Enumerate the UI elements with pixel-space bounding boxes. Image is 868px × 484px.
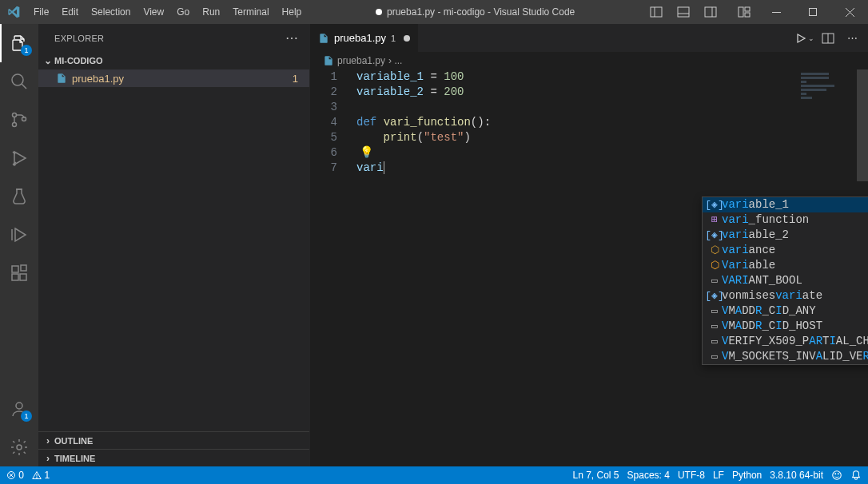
svg-rect-26 [21, 265, 26, 271]
chevron-down-icon: ⌄ [42, 55, 54, 66]
run-debug-icon[interactable] [0, 139, 38, 177]
suggest-widget[interactable]: [◈]variable_1⊞vari_function[◈]variable_2… [702, 196, 868, 365]
suggest-item[interactable]: ⬡variancestatistics [703, 243, 868, 258]
outline-section[interactable]: › OUTLINE [38, 431, 309, 449]
suggest-item[interactable]: [◈]variable_2 [703, 228, 868, 243]
layout-customize-icon[interactable] [731, 0, 758, 24]
accounts-badge: 1 [21, 411, 32, 422]
status-bell-icon[interactable] [850, 470, 862, 481]
suggest-item[interactable]: ▭VMADDR_CID_HOSTsocket [703, 319, 868, 334]
editor-tab[interactable]: prueba1.py 1 [310, 24, 419, 52]
status-warnings[interactable]: 1 [32, 470, 50, 481]
minimap[interactable] [801, 69, 857, 117]
timeline-section[interactable]: › TIMELINE [38, 449, 309, 466]
lightbulb-icon[interactable]: 💡 [360, 145, 373, 161]
activity-bar: 1 1 [0, 24, 38, 466]
breadcrumb-sep: › ... [388, 55, 402, 66]
code-content[interactable]: variable_1 = 100variable_2 = 200 def var… [356, 69, 491, 176]
breadcrumb-file: prueba1.py [337, 55, 385, 66]
folder-name: MI-CODIGO [54, 56, 103, 65]
search-icon[interactable] [0, 62, 38, 101]
status-feedback-icon[interactable] [831, 470, 842, 481]
file-item[interactable]: prueba1.py 1 [38, 69, 309, 87]
svg-point-13 [12, 74, 23, 85]
split-editor-icon[interactable] [817, 24, 839, 52]
sidebar-more-icon[interactable]: ⋯ [285, 30, 298, 46]
breadcrumb[interactable]: prueba1.py › ... [310, 52, 868, 69]
run-icon[interactable]: ⌄ [793, 24, 815, 52]
vscode-icon [0, 6, 27, 18]
status-eol[interactable]: LF [713, 470, 724, 481]
python-file-icon [323, 55, 334, 66]
svg-rect-2 [678, 7, 689, 17]
status-errors[interactable]: 0 [6, 470, 24, 481]
timeline-label: TIMELINE [54, 454, 95, 463]
suggest-item[interactable]: ▭VERIFY_X509_PARTIAL_CHAINssl [703, 334, 868, 349]
menu-bar: FileEditSelectionViewGoRunTerminalHelp [27, 0, 308, 24]
layout-primary-icon[interactable] [643, 0, 670, 24]
suggest-item[interactable]: ⊞vari_function [703, 212, 868, 228]
python-file-icon [318, 33, 329, 44]
explorer-icon[interactable]: 1 [0, 24, 38, 62]
svg-rect-7 [745, 7, 750, 11]
close-button[interactable] [831, 0, 868, 24]
svg-point-15 [13, 113, 17, 117]
menu-run[interactable]: Run [196, 0, 226, 24]
extensions-icon[interactable] [0, 254, 38, 292]
tab-label: prueba1.py [334, 32, 386, 44]
svg-rect-0 [651, 7, 662, 17]
suggest-item[interactable]: ⬡Variabletkinter [703, 258, 868, 273]
svg-rect-25 [20, 274, 26, 280]
explorer-badge: 1 [21, 45, 32, 56]
accounts-icon[interactable]: 1 [0, 390, 38, 428]
settings-gear-icon[interactable] [0, 428, 38, 466]
status-encoding[interactable]: UTF-8 [678, 470, 705, 481]
svg-marker-21 [15, 228, 26, 241]
svg-point-16 [13, 123, 17, 127]
svg-rect-6 [739, 7, 743, 17]
layout-panel-icon[interactable] [670, 0, 697, 24]
scrollbar[interactable] [857, 69, 868, 181]
svg-rect-24 [12, 274, 18, 280]
suggest-item[interactable]: ▭VMADDR_CID_ANYsocket [703, 303, 868, 319]
maximize-button[interactable] [794, 0, 831, 24]
suggest-item[interactable]: [◈]variable_1 [703, 197, 868, 212]
source-control-icon[interactable] [0, 101, 38, 139]
menu-edit[interactable]: Edit [55, 0, 85, 24]
status-spaces[interactable]: Spaces: 4 [627, 470, 670, 481]
svg-point-28 [17, 445, 22, 450]
svg-point-39 [835, 474, 836, 474]
more-icon[interactable]: ⋯ [841, 24, 863, 52]
minimize-button[interactable] [758, 0, 794, 24]
svg-point-27 [16, 403, 22, 409]
menu-help[interactable]: Help [276, 0, 309, 24]
menu-go[interactable]: Go [170, 0, 196, 24]
status-language[interactable]: Python [732, 470, 762, 481]
svg-line-14 [22, 84, 26, 89]
layout-secondary-icon[interactable] [697, 0, 724, 24]
status-interpreter[interactable]: 3.8.10 64-bit [770, 470, 823, 481]
suggest-item[interactable]: ▭VARIANT_BOOLctypes.wintypes [703, 273, 868, 288]
title-actions [643, 0, 868, 24]
status-position[interactable]: Ln 7, Col 5 [572, 470, 619, 481]
editor-area: prueba1.py 1 ⌄ ⋯ prueba1.py › ... 123456… [310, 24, 868, 466]
testing-icon[interactable] [0, 177, 38, 216]
menu-terminal[interactable]: Terminal [226, 0, 275, 24]
line-gutter: 1234567 [310, 69, 348, 176]
menu-selection[interactable]: Selection [85, 0, 137, 24]
chevron-right-icon: › [42, 435, 54, 446]
window-title: prueba1.py - mi-codigo - Visual Studio C… [308, 6, 643, 18]
svg-rect-10 [810, 9, 817, 16]
svg-point-37 [37, 478, 38, 478]
menu-view[interactable]: View [137, 0, 170, 24]
svg-rect-4 [705, 7, 716, 17]
suggest-item[interactable]: [◈]vonmisesvariaterandom [703, 288, 868, 303]
svg-point-38 [833, 471, 842, 480]
folder-section[interactable]: ⌄ MI-CODIGO [38, 52, 309, 69]
suggest-item[interactable]: ▭VM_SOCKETS_INVALID_VERSIONsocket [703, 349, 868, 364]
menu-file[interactable]: File [27, 0, 55, 24]
file-name: prueba1.py [72, 73, 124, 85]
remote-explorer-icon[interactable] [0, 216, 38, 254]
tab-bar: prueba1.py 1 ⌄ ⋯ [310, 24, 868, 52]
status-bar: 0 1 Ln 7, Col 5 Spaces: 4 UTF-8 LF Pytho… [0, 466, 868, 484]
